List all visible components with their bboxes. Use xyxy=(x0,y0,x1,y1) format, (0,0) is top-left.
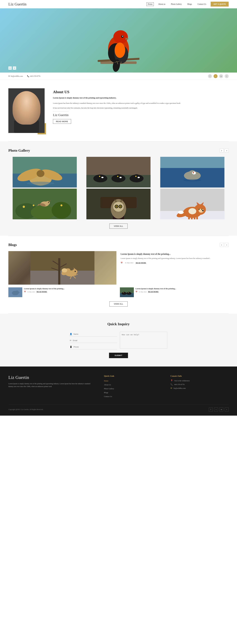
svg-point-6 xyxy=(115,42,125,58)
footer-instagram-icon[interactable]: i xyxy=(225,408,229,412)
footer-twitter-icon[interactable]: t xyxy=(214,408,218,412)
blog-small-readmore-1[interactable]: READ MORE xyxy=(37,291,47,293)
gallery-item-2[interactable] xyxy=(82,157,155,188)
phone-input[interactable] xyxy=(73,346,117,348)
svg-point-42 xyxy=(101,177,104,178)
svg-point-84 xyxy=(116,206,117,207)
site-logo: Liz Guertin xyxy=(8,2,26,6)
svg-rect-19 xyxy=(14,120,39,133)
blogs-title: Blogs xyxy=(8,243,17,247)
footer-link-home[interactable]: Home xyxy=(104,380,162,382)
gallery-image-1 xyxy=(8,157,81,188)
blog-small-content-2: Lorem Ipsum is simply dummy text of the … xyxy=(136,288,176,293)
svg-point-25 xyxy=(23,111,25,113)
footer-facebook-icon[interactable]: f xyxy=(209,408,213,412)
about-content: About US Lorem Ipsum is simply dummy tex… xyxy=(53,88,229,124)
svg-point-109 xyxy=(188,208,196,214)
email-input[interactable] xyxy=(73,340,117,342)
svg-point-10 xyxy=(123,36,123,36)
footer-link-contact[interactable]: Contact Us xyxy=(104,395,162,398)
gallery-item-6[interactable] xyxy=(156,188,229,219)
footer-quicklinks-col: Quick Link Home About Us Photo Gallery B… xyxy=(104,375,162,399)
footer-link-gallery-anchor[interactable]: Photo Gallery xyxy=(104,388,114,390)
blogs-prev-button[interactable]: ‹ xyxy=(220,243,224,247)
linkedin-icon[interactable]: in xyxy=(219,74,223,78)
footer-link-contact-anchor[interactable]: Contact Us xyxy=(104,396,112,398)
nav-link-gallery[interactable]: Photo Gallery xyxy=(170,2,183,6)
about-readmore-button[interactable]: READ MORE xyxy=(53,119,71,124)
contact-email: liz@wildliz.com xyxy=(11,75,23,77)
footer-link-about-anchor[interactable]: About Us xyxy=(104,384,111,386)
hero-next-button[interactable]: › xyxy=(13,66,16,70)
gallery-item-1[interactable] xyxy=(8,157,81,188)
phone-icon-form: 📱 xyxy=(70,346,72,348)
svg-point-117 xyxy=(72,269,77,274)
footer-grid: Liz Guertin Lorem Ipsum is simply dummy … xyxy=(8,375,229,399)
footer-link-blogs-anchor[interactable]: Blogs xyxy=(104,392,108,394)
nav-links: Home About us Photo Gallery Blogs Contac… xyxy=(147,2,229,6)
gallery-next-button[interactable]: › xyxy=(225,148,229,152)
about-section: About US Lorem Ipsum is simply dummy tex… xyxy=(0,80,237,141)
svg-point-37 xyxy=(27,182,54,185)
blog-small-readmore-2[interactable]: READ MORE xyxy=(148,291,159,293)
about-paragraph-2: It has survived not only five centuries,… xyxy=(53,106,229,110)
footer-linkedin-icon[interactable]: in xyxy=(220,408,223,412)
blog-main-photo xyxy=(8,251,116,284)
blog-main-grid: Lorem Ipsum is simply dummy text of the … xyxy=(8,251,229,284)
nav-link-home[interactable]: Home xyxy=(147,2,154,6)
message-input[interactable] xyxy=(120,332,167,348)
get-quote-button[interactable]: GET A QUOTE xyxy=(211,2,229,6)
svg-point-108 xyxy=(202,210,204,211)
submit-button[interactable]: SUBMIT xyxy=(109,353,128,358)
gallery-viewall-button[interactable]: VIEW ALL xyxy=(109,224,127,229)
footer-link-gallery[interactable]: Photo Gallery xyxy=(104,387,162,390)
gallery-prev-button[interactable]: ‹ xyxy=(220,148,224,152)
blog-small-title-1: Lorem Ipsum is simply dummy text of the … xyxy=(24,288,64,290)
footer-link-home-anchor[interactable]: Home xyxy=(104,380,108,382)
footer-link-blogs[interactable]: Blogs xyxy=(104,391,162,394)
nav-link-blogs[interactable]: Blogs xyxy=(186,2,193,6)
gallery-item-4[interactable] xyxy=(8,188,81,219)
inquiry-title: Quick Inquiry xyxy=(8,322,229,326)
gallery-item-5[interactable] xyxy=(82,188,155,219)
footer-link-about[interactable]: About Us xyxy=(104,384,162,386)
svg-point-97 xyxy=(178,211,184,214)
svg-point-85 xyxy=(120,206,121,207)
blog-small-image-2 xyxy=(120,288,134,297)
blog-main-readmore[interactable]: READ MORE xyxy=(136,262,146,264)
hero-prev-button[interactable]: ‹ xyxy=(8,66,12,70)
facebook-icon[interactable]: f xyxy=(208,74,212,78)
nav-link-about[interactable]: About us xyxy=(157,2,167,6)
twitter-icon[interactable]: t xyxy=(214,74,218,78)
site-footer: Liz Guertin Lorem Ipsum is simply dummy … xyxy=(0,366,237,416)
blog-small-item-1: Lorem Ipsum is simply dummy text of the … xyxy=(8,288,117,297)
svg-rect-92 xyxy=(188,216,190,219)
svg-point-36 xyxy=(37,170,44,177)
footer-email-icon: ✉ xyxy=(171,387,172,390)
name-input[interactable] xyxy=(73,333,117,335)
svg-point-127 xyxy=(15,290,19,293)
blogs-viewall-button[interactable]: VIEW ALL xyxy=(109,301,127,306)
svg-rect-24 xyxy=(30,106,34,118)
svg-point-60 xyxy=(193,172,194,173)
blog-small-photo-2 xyxy=(120,288,134,297)
blog-small-content-1: Lorem Ipsum is simply dummy text of the … xyxy=(24,288,64,293)
instagram-icon[interactable]: i xyxy=(225,74,229,78)
svg-point-50 xyxy=(138,177,140,178)
about-paragraph-1: Lorem Ipsum has been the industry's stan… xyxy=(53,102,229,105)
nav-link-contact[interactable]: Contact Us xyxy=(197,2,208,6)
main-nav: Liz Guertin Home About us Photo Gallery … xyxy=(0,0,237,8)
gallery-nav: ‹ › xyxy=(220,148,229,152)
svg-rect-20 xyxy=(23,116,29,122)
svg-point-21 xyxy=(19,104,34,120)
svg-point-134 xyxy=(128,292,130,294)
svg-point-72 xyxy=(48,202,49,203)
footer-phone: 443-370-9776 xyxy=(174,384,185,386)
blog-small-image-1 xyxy=(8,288,22,297)
blogs-next-button[interactable]: › xyxy=(225,243,229,247)
footer-social: f t in i xyxy=(209,408,229,412)
contact-email-item: ✉ liz@wildliz.com xyxy=(8,75,23,77)
gallery-item-3[interactable] xyxy=(156,157,229,188)
blogs-nav: ‹ › xyxy=(220,243,229,247)
svg-line-59 xyxy=(196,173,199,173)
